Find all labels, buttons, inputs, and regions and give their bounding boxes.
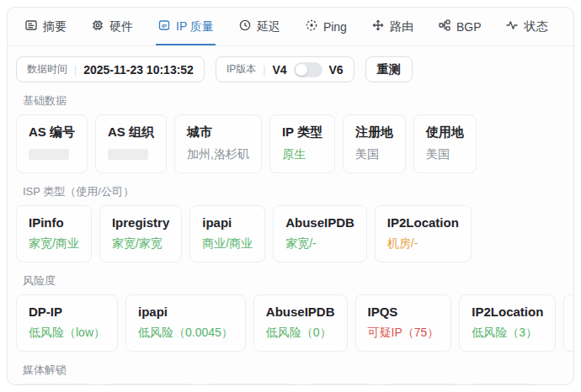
card-value: 美国 — [426, 147, 464, 162]
ip-v6-label: V6 — [329, 63, 344, 77]
card-value: 低风险（3） — [472, 326, 543, 341]
tab-route[interactable]: 路由 — [370, 8, 415, 45]
card-title: ipapi — [202, 215, 253, 230]
route-icon — [371, 19, 385, 34]
section-label-basic: 基础数据 — [23, 93, 565, 109]
tab-summary[interactable]: 摘要 — [23, 8, 68, 45]
card-value: 家宽/商业 — [29, 236, 79, 252]
controls-row: 数据时间 | 2025-11-23 10:13:52 IP版本 | V4 V6 … — [16, 56, 565, 82]
media-cards-row: ChatGPT 解锁-US DisneyPlus 解锁-US PrimeVide… — [16, 384, 565, 385]
card-value: 低风险（0） — [266, 326, 335, 341]
isp-card-ipinfo: IPinfo 家宽/商业 — [16, 205, 92, 262]
card-title: AbuseIPDB — [285, 215, 354, 230]
ip-version-label: IP版本 — [227, 62, 256, 77]
risk-card-dpip: DP-IP 低风险（low） — [16, 294, 118, 352]
card-title: 注册地 — [355, 124, 393, 140]
tab-bar: 摘要 硬件 IP IP 质量 延迟 Ping 路由 BGP 状态 — [8, 8, 573, 46]
data-time-pill: 数据时间 | 2025-11-23 10:13:52 — [16, 56, 205, 82]
isp-card-abuseipdb: AbuseIPDB 家宽/- — [273, 205, 367, 262]
tab-label: 硬件 — [109, 19, 133, 34]
tab-label: 状态 — [524, 19, 547, 34]
card-value: 低风险（0.0045） — [138, 326, 233, 341]
card-value: 商业/商业 — [202, 236, 253, 252]
card-value: 原生 — [282, 147, 322, 162]
summary-icon — [24, 19, 38, 34]
card-title: IP 类型 — [282, 124, 322, 140]
data-time-label: 数据时间 — [27, 62, 67, 77]
card-value: 机房/- — [387, 236, 459, 252]
ip-quality-panel: 摘要 硬件 IP IP 质量 延迟 Ping 路由 BGP 状态 — [7, 7, 574, 385]
card-value: 家宽/家宽 — [112, 236, 169, 252]
isp-card-ip2location: IP2Location 机房/- — [375, 205, 472, 262]
topology-icon — [438, 19, 451, 34]
card-title: IP2Location — [387, 215, 459, 230]
section-label-risk: 风险度 — [23, 273, 565, 289]
card-value: 美国 — [355, 147, 393, 162]
data-time-value: 2025-11-23 10:13:52 — [83, 63, 194, 77]
redacted-value — [108, 149, 148, 160]
activity-icon — [505, 19, 519, 34]
tab-label: 摘要 — [43, 19, 67, 34]
tab-label: BGP — [456, 20, 482, 34]
tab-ip-quality[interactable]: IP IP 质量 — [156, 8, 216, 45]
card-value: 可疑IP（75） — [368, 326, 440, 341]
tab-ping[interactable]: Ping — [303, 8, 349, 45]
ip-version-pill: IP版本 | V4 V6 — [216, 56, 354, 82]
ip-badge-icon: IP — [157, 19, 171, 34]
risk-card-scamalytics: Scamalytics 中风险（33） — [563, 294, 574, 352]
section-label-isp: ISP 类型（使用/公司） — [23, 184, 565, 199]
card-title: 城市 — [187, 124, 249, 140]
basic-cards-row: AS 编号 AS 组织 城市 加州,洛杉矶 IP 类型 原生 注册地 美国 使用… — [16, 114, 565, 173]
card-title: Ipregistry — [112, 215, 169, 230]
pill-separator: | — [263, 64, 265, 76]
media-card-primevideo: PrimeVideo 解锁-US — [204, 384, 298, 385]
tab-status[interactable]: 状态 — [504, 8, 549, 45]
card-title: DP-IP — [29, 305, 105, 319]
isp-card-ipregistry: Ipregistry 家宽/家宽 — [99, 205, 182, 262]
svg-text:IP: IP — [162, 23, 167, 29]
section-label-media: 媒体解锁 — [23, 363, 565, 378]
media-card-tiktok: TikTok 解锁-US — [306, 384, 375, 385]
radar-icon — [305, 19, 318, 34]
info-card-ip-type: IP 类型 原生 — [269, 114, 335, 173]
info-card-as-org: AS 组织 — [95, 114, 167, 173]
info-card-as-number: AS 编号 — [16, 114, 88, 173]
redacted-value — [29, 149, 69, 160]
media-card-youtube: YouTube 解锁-US — [382, 384, 460, 385]
media-card-disneyplus: DisneyPlus 解锁-US — [103, 384, 196, 385]
hardware-icon — [91, 19, 104, 34]
risk-card-abuseipdb: AbuseIPDB 低风险（0） — [253, 294, 348, 352]
risk-card-ip2location: IP2Location 低风险（3） — [459, 294, 556, 352]
media-card-chatgpt: ChatGPT 解锁-US — [16, 384, 95, 385]
card-title: AS 编号 — [29, 124, 75, 140]
isp-cards-row: IPinfo 家宽/商业 Ipregistry 家宽/家宽 ipapi 商业/商… — [16, 205, 565, 262]
tab-label: 延迟 — [257, 19, 280, 34]
info-card-city: 城市 加州,洛杉矶 — [174, 114, 262, 173]
card-title: IPQS — [368, 305, 440, 319]
toggle-knob — [296, 64, 307, 76]
card-title: 使用地 — [426, 124, 464, 140]
ip-v4-label: V4 — [272, 63, 286, 77]
card-title: IPinfo — [29, 215, 79, 230]
card-title: IP2Location — [472, 305, 543, 319]
card-title: AS 组织 — [108, 124, 154, 140]
card-value: 家宽/- — [285, 236, 354, 252]
isp-card-ipapi: ipapi 商业/商业 — [189, 205, 265, 262]
card-title: AbuseIPDB — [266, 305, 335, 319]
pill-separator: | — [74, 64, 77, 76]
risk-card-ipapi: ipapi 低风险（0.0045） — [125, 294, 246, 352]
ip-version-toggle[interactable] — [294, 62, 322, 77]
tab-label: Ping — [323, 20, 347, 34]
card-title: ipapi — [138, 305, 233, 319]
card-value: 加州,洛杉矶 — [187, 147, 249, 162]
card-value: 低风险（low） — [29, 326, 105, 341]
tab-bgp[interactable]: BGP — [436, 8, 483, 45]
info-card-registered-place: 注册地 美国 — [343, 114, 406, 173]
retest-button[interactable]: 重测 — [365, 56, 413, 82]
tab-label: IP 质量 — [176, 19, 214, 34]
media-card-netflix: Netflix 解锁-US — [467, 384, 536, 385]
risk-cards-row: DP-IP 低风险（low） ipapi 低风险（0.0045） AbuseIP… — [16, 294, 565, 352]
tab-label: 路由 — [390, 19, 413, 34]
tab-latency[interactable]: 延迟 — [237, 8, 282, 45]
tab-hardware[interactable]: 硬件 — [89, 8, 135, 45]
